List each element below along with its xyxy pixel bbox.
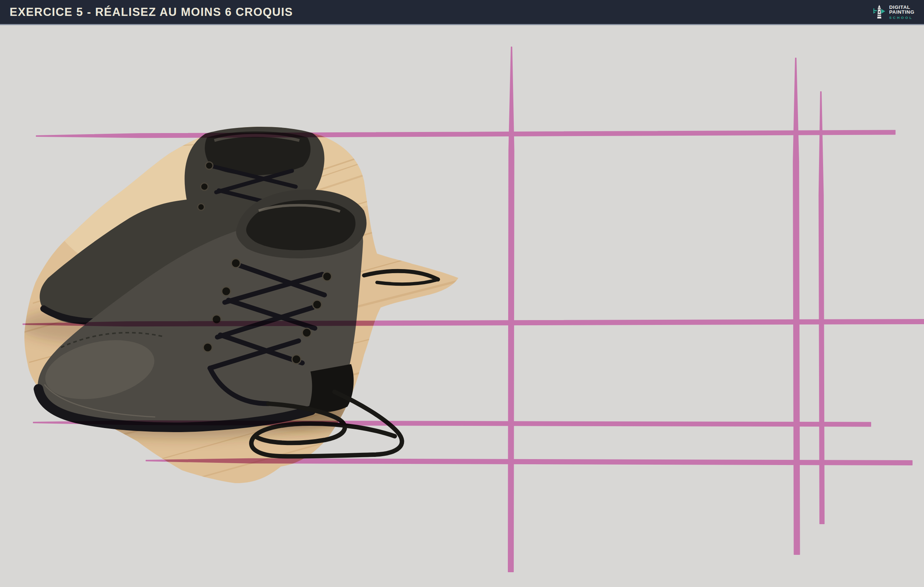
sketch-canvas	[0, 0, 924, 587]
logo-word-school: SCHOOL	[889, 16, 914, 20]
guide-line-v3	[819, 92, 824, 524]
guide-line-v1	[508, 47, 514, 572]
slide-title: EXERCICE 5 - RÉALISEZ AU MOINS 6 CROQUIS	[10, 5, 293, 19]
brand-logo: DIGITAL PAINTING SCHOOL	[873, 5, 914, 20]
slide: EXERCICE 5 - RÉALISEZ AU MOINS 6 CROQUIS…	[0, 0, 924, 587]
guide-line-h1	[36, 130, 895, 138]
boot-heel	[307, 364, 354, 412]
logo-word-painting: PAINTING	[889, 10, 914, 15]
logo-word-digital: DIGITAL	[889, 5, 914, 10]
lighthouse-icon	[873, 5, 886, 20]
header-bar: EXERCICE 5 - RÉALISEZ AU MOINS 6 CROQUIS…	[0, 0, 924, 25]
boots-photo-cutout	[18, 115, 466, 488]
